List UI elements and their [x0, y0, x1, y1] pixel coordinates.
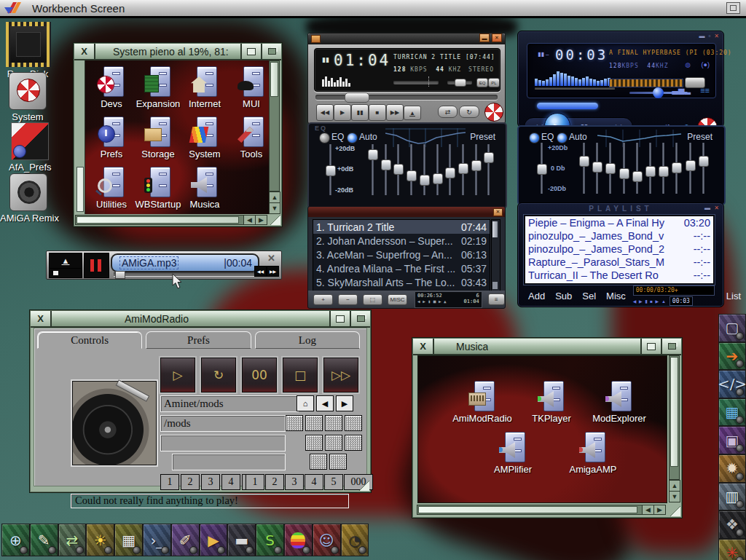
close-icon[interactable]: ✕ [267, 253, 275, 264]
dither-button[interactable] [310, 454, 327, 470]
desktop-icon-amiga-remix[interactable]: AMiGA Remix [0, 173, 57, 224]
minimize-icon[interactable]: ▬ [699, 33, 704, 39]
dither-button[interactable] [345, 435, 362, 451]
eq-band-slider-2[interactable] [381, 144, 390, 195]
dock-item-games[interactable]: ▦ [114, 524, 143, 556]
eq-band-slider-4[interactable] [619, 143, 628, 194]
slider-knob[interactable] [326, 165, 336, 176]
slider-knob[interactable] [645, 166, 656, 177]
playlist-row[interactable]: 4. Andrea Milana – The First ...05:37 [313, 261, 490, 275]
dock-item-gnome-screen[interactable]: ❖ [718, 510, 746, 539]
transport-stop-button[interactable]: ■ [369, 104, 386, 121]
slider-knob[interactable] [445, 167, 455, 178]
vertical-scrollbar[interactable] [669, 355, 680, 480]
remove-button[interactable]: − [338, 294, 358, 305]
eq-band-slider-1[interactable] [579, 143, 588, 194]
dock-item-finder[interactable]: ☺ [313, 524, 341, 556]
slider-knob[interactable] [393, 164, 404, 175]
dither-button[interactable] [329, 454, 347, 470]
depth-button[interactable] [661, 339, 681, 354]
drawer-icon-wbstartup[interactable]: WBStartup [135, 167, 181, 210]
eq-radio[interactable] [529, 133, 540, 143]
dock-item-shell[interactable]: ›_ [143, 524, 171, 556]
horizontal-scrollbar[interactable] [417, 505, 643, 515]
drawer-icon-devs[interactable]: Devs [88, 66, 135, 109]
resize-handle[interactable] [670, 506, 680, 516]
amr-stop-button[interactable]: □ [283, 358, 318, 393]
eq-band-slider-10[interactable] [699, 143, 707, 194]
next-button[interactable]: ▶▶ [267, 266, 279, 277]
dock-item-apple[interactable] [284, 524, 313, 556]
slider-knob[interactable] [659, 166, 669, 177]
system-window-titlebar[interactable]: X System pieno al 19%, 81: [74, 44, 281, 60]
auto-radio[interactable] [347, 133, 358, 143]
scroll-right-arrow[interactable]: ▶ [653, 505, 666, 515]
close-icon[interactable]: ✕ [493, 208, 503, 216]
depth-button[interactable] [261, 44, 281, 59]
add-button[interactable]: + [313, 294, 333, 305]
dock-item-screamer[interactable]: S [256, 524, 284, 556]
slider-knob[interactable] [433, 173, 443, 184]
dotted-counter-4[interactable]: 4 [221, 474, 240, 490]
eq-band-slider-4[interactable] [407, 144, 415, 195]
dock-item-virus-ball[interactable]: ✳ [718, 539, 746, 560]
desktop-icon-ram-disk[interactable]: Ram Disk [6, 22, 50, 79]
amr-pause-button[interactable]: 00 [242, 358, 277, 393]
close-icon[interactable]: ✕ [714, 205, 719, 211]
eq-band-slider-3[interactable] [393, 144, 402, 195]
dither-button[interactable] [305, 415, 323, 431]
playlist-row[interactable]: 2. Johan Andersson – Super...02:19 [313, 234, 490, 248]
slider-knob[interactable] [605, 163, 616, 174]
player1-titlebar[interactable]: ▬ ✕ [308, 33, 505, 44]
close-icon[interactable]: X [31, 311, 52, 326]
eq-band-slider-6[interactable] [433, 144, 441, 195]
dotted-counter-2[interactable]: 2 [181, 474, 200, 490]
window-left-slot[interactable] [76, 167, 84, 212]
slider-knob[interactable] [632, 171, 643, 182]
scroll-down-arrow[interactable]: ▼ [669, 491, 680, 502]
drawer-icon-utilities[interactable]: Utilities [88, 167, 135, 210]
playlist2-list[interactable]: Piepie – Enigma – A Final Hy03:20pinozul… [524, 215, 715, 285]
amimodradio-titlebar[interactable]: X AmiModRadio [31, 311, 370, 328]
eq-band-slider-7[interactable] [659, 143, 667, 194]
eq-band-slider-10[interactable] [484, 144, 492, 195]
dither-button[interactable] [325, 415, 342, 431]
drawer-icon-amplifier[interactable]: AMPlifier [478, 432, 548, 475]
playlist-row[interactable]: 5. SkyMarshall Arts – The Lo...03:43 [313, 275, 490, 289]
dock-item-web-browser[interactable]: ⊕ [1, 524, 30, 556]
slider-knob[interactable] [699, 156, 709, 167]
playlist-toggle-button[interactable]: PL [488, 78, 500, 87]
volume-slider[interactable] [393, 81, 439, 84]
eq-band-slider-6[interactable] [645, 143, 654, 194]
resize-handle[interactable] [359, 481, 369, 491]
archive-field[interactable] [160, 435, 286, 451]
select-button[interactable]: ⬚ [363, 294, 382, 305]
dock-item-media-player[interactable]: ▶ [200, 524, 228, 556]
preset-label[interactable]: Preset [687, 132, 712, 142]
eq-band-slider-8[interactable] [672, 143, 680, 194]
dock-item-monitor[interactable]: ▢ [718, 314, 746, 342]
playlist-row[interactable]: 1. Turrican 2 Title07:44 [313, 220, 490, 234]
screen-depth-button[interactable] [726, 2, 740, 14]
horizontal-scrollbar[interactable] [75, 215, 244, 225]
screen-titlebar[interactable]: Workbench Screen [0, 0, 746, 18]
tab-log[interactable]: Log [255, 331, 360, 349]
misc-button[interactable]: Misc [606, 291, 626, 301]
close-icon[interactable]: ✕ [714, 33, 719, 39]
slider-knob[interactable] [579, 156, 589, 167]
dock-item-clipboard-export[interactable]: ➔ [718, 342, 746, 371]
module-field[interactable] [172, 454, 286, 470]
mini-seek-knob[interactable] [115, 271, 125, 279]
playlist2-title[interactable]: PLAYLIST [518, 205, 723, 213]
preamp-slider[interactable] [537, 143, 546, 194]
transport-next-button[interactable]: ▶▶ [386, 104, 404, 121]
drawer-icon-system[interactable]: System [181, 117, 228, 159]
drawer-icon-mui[interactable]: MUI [228, 66, 270, 109]
playlist1-list[interactable]: 1. Turrican 2 Title07:442. Johan Anderss… [313, 219, 490, 291]
playlist-row[interactable]: Piepie – Enigma – A Final Hy03:20 [525, 216, 713, 229]
misc-button[interactable]: MISC [388, 294, 407, 305]
transport-prev-button[interactable]: ◀◀ [316, 104, 334, 121]
analyzer-mode-icon[interactable]: ▃▅▂ [672, 85, 691, 95]
scroll-right-arrow[interactable]: ▶ [255, 215, 267, 225]
tab-controls[interactable]: Controls [37, 331, 142, 349]
